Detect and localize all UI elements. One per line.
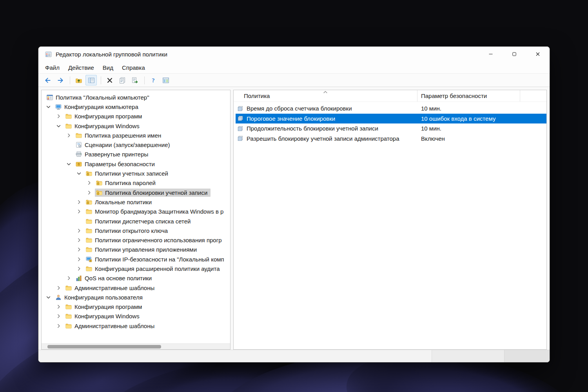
policy-row[interactable]: Продолжительность блокировки учетной зап… <box>236 123 546 134</box>
tree-item[interactable]: Конфигурация Windows <box>42 312 230 321</box>
tree-item-content: Политика блокировки учетной записи <box>95 189 211 197</box>
tree-item[interactable]: Конфигурация пользователя <box>42 292 230 302</box>
chevron-collapsed-icon[interactable] <box>56 285 64 291</box>
back-button[interactable] <box>42 75 53 85</box>
maximize-button[interactable] <box>503 47 526 62</box>
chevron-collapsed-icon[interactable] <box>86 189 95 196</box>
tree-item[interactable]: Конфигурация расширенной политики аудита <box>42 264 230 273</box>
tree-item-label: Локальные политики <box>95 199 152 205</box>
chevron-expanded-icon[interactable] <box>45 103 54 110</box>
tree-item[interactable]: Административные шаблоны <box>42 283 230 292</box>
help-button[interactable]: ? <box>147 75 159 85</box>
tree-item[interactable]: Конфигурация Windows <box>42 121 230 131</box>
tree-item[interactable]: Политики ограниченного использования про… <box>42 235 230 245</box>
chevron-collapsed-icon[interactable] <box>66 132 74 139</box>
tree-item[interactable]: Политика "Локальный компьютер" <box>42 93 230 102</box>
tree-item-label: Политики открытого ключа <box>95 227 168 234</box>
scrollbar-thumb[interactable] <box>47 345 161 348</box>
tree-item[interactable]: Конфигурация программ <box>42 112 230 121</box>
pane-splitter[interactable] <box>230 90 233 350</box>
toolbar-separator <box>144 76 145 84</box>
policy-value-cell: 10 мин. <box>417 105 520 112</box>
chevron-collapsed-icon[interactable] <box>56 323 64 329</box>
policy-value-cell: 10 ошибок входа в систему <box>417 115 520 122</box>
tree-item[interactable]: Политика паролей <box>42 178 230 188</box>
folder-icon <box>85 227 93 234</box>
menu-item-2[interactable]: Действие <box>64 63 98 72</box>
chevron-expanded-icon[interactable] <box>45 294 54 301</box>
show-console-tree-button[interactable] <box>85 75 97 85</box>
tree-item-content: Конфигурация программ <box>64 112 145 120</box>
policy-list: Время до сброса счетчика блокировки10 ми… <box>234 102 546 143</box>
tree-item[interactable]: QoS на основе политики <box>42 274 230 283</box>
close-button[interactable] <box>526 47 550 62</box>
tree-item[interactable]: Развернутые принтеры <box>42 150 230 159</box>
tree-item[interactable]: Конфигурация программ <box>42 302 230 312</box>
column-header-security-setting[interactable]: Параметр безопасности <box>417 90 520 102</box>
tree-item[interactable]: Политика разрешения имен <box>42 131 230 140</box>
chevron-collapsed-icon[interactable] <box>76 256 85 263</box>
chevron-collapsed-icon[interactable] <box>66 275 74 281</box>
chevron-placeholder <box>76 218 85 225</box>
tree-item-label: Политика разрешения имен <box>85 132 161 139</box>
tree-item[interactable]: Политики управления приложениями <box>42 245 230 254</box>
chevron-collapsed-icon[interactable] <box>76 246 85 253</box>
chevron-collapsed-icon[interactable] <box>86 180 95 186</box>
extended-view-button[interactable] <box>160 75 171 85</box>
tree-item[interactable]: Административные шаблоны <box>42 321 230 330</box>
tree-item[interactable]: Конфигурация компьютера <box>42 102 230 111</box>
chevron-collapsed-icon[interactable] <box>76 208 85 215</box>
window-title: Редактор локальной групповой политики <box>56 51 167 58</box>
tree-item[interactable]: Политики диспетчера списка сетей <box>42 216 230 226</box>
title-bar[interactable]: Редактор локальной групповой политики <box>38 47 550 62</box>
policy-item-icon <box>237 115 243 122</box>
chevron-expanded-icon[interactable] <box>66 161 74 167</box>
chevron-collapsed-icon[interactable] <box>76 227 85 234</box>
menu-item-1[interactable]: Файл <box>41 63 64 72</box>
tree-item[interactable]: Параметры безопасности <box>42 159 230 169</box>
delete-button[interactable] <box>104 75 115 85</box>
tree-item[interactable]: Политики IP-безопасности на "Локальный к… <box>42 254 230 264</box>
policy-row[interactable]: Время до сброса счетчика блокировки10 ми… <box>236 103 546 114</box>
mmc-app-icon <box>45 51 52 58</box>
tree-item[interactable]: Политики учетных записей <box>42 169 230 178</box>
folder-lock-icon <box>85 170 93 177</box>
chevron-collapsed-icon[interactable] <box>76 237 85 243</box>
properties-button[interactable] <box>116 75 128 85</box>
tree-item-content: Политики управления приложениями <box>85 245 200 254</box>
policy-value: 10 мин. <box>421 125 441 132</box>
chevron-expanded-icon[interactable] <box>76 170 85 177</box>
tree-item[interactable]: Монитор брандмауэра Защитника Windows в … <box>42 207 230 216</box>
chevron-collapsed-icon[interactable] <box>76 265 85 272</box>
menu-item-4[interactable]: Справка <box>118 63 149 72</box>
policy-name: Разрешить блокировку учетной записи адми… <box>247 135 399 142</box>
column-header-policy[interactable]: Политика <box>234 90 417 102</box>
folder-lock-icon <box>85 199 93 205</box>
ip-security-icon <box>85 256 93 263</box>
minimize-button[interactable] <box>479 47 503 62</box>
export-list-button[interactable] <box>129 75 140 85</box>
chevron-collapsed-icon[interactable] <box>56 313 64 319</box>
forward-button[interactable] <box>54 75 66 85</box>
chevron-collapsed-icon[interactable] <box>56 113 64 120</box>
folder-icon <box>85 246 93 253</box>
folder-lock-icon <box>96 180 103 186</box>
policy-row[interactable]: Пороговое значение блокировки10 ошибок в… <box>236 114 546 124</box>
policy-name-cell: Пороговое значение блокировки <box>236 115 417 122</box>
chevron-collapsed-icon[interactable] <box>56 303 64 310</box>
chevron-expanded-icon[interactable] <box>56 123 64 129</box>
tree-item[interactable]: Локальные политики <box>42 197 230 207</box>
chevron-placeholder <box>66 151 74 158</box>
tree-item[interactable]: Политики открытого ключа <box>42 226 230 235</box>
tree-item[interactable]: Политика блокировки учетной записи <box>42 188 230 197</box>
folder-icon <box>75 132 82 139</box>
menu-item-3[interactable]: Вид <box>98 63 118 72</box>
tree-item-label: Конфигурация компьютера <box>64 103 138 110</box>
tree-item-label: Конфигурация Windows <box>74 123 140 129</box>
policy-row[interactable]: Разрешить блокировку учетной записи адми… <box>236 134 546 144</box>
chevron-collapsed-icon[interactable] <box>76 199 85 205</box>
column-label-policy: Политика <box>244 93 270 99</box>
up-one-level-button[interactable] <box>73 75 84 85</box>
tree-horizontal-scrollbar[interactable] <box>42 343 230 349</box>
tree-item[interactable]: Сценарии (запуск/завершение) <box>42 140 230 149</box>
